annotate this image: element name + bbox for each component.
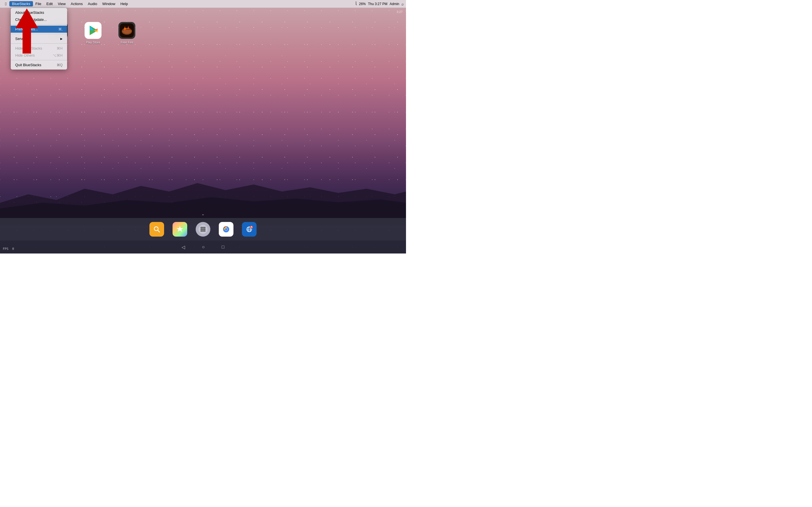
free-fire-icon — [118, 22, 135, 39]
menu-separator-2 — [11, 34, 67, 34]
play-store-app[interactable]: Play Store — [85, 22, 101, 44]
menu-about[interactable]: About BlueStacks — [11, 9, 67, 16]
apple-menu[interactable]:  — [2, 1, 9, 7]
play-store-label: Play Store — [86, 41, 100, 44]
window-menu[interactable]: Window — [100, 1, 118, 6]
clock: Thu 3:27 PM — [368, 2, 388, 6]
nav-back-button[interactable]: ◁ — [182, 244, 185, 250]
menu-hide-others: Hide Others ⌥⌘H — [11, 52, 67, 59]
battery-level: 26% — [359, 2, 366, 6]
svg-point-27 — [200, 228, 202, 230]
menu-quit[interactable]: Quit BlueStacks ⌘Q — [11, 61, 67, 68]
menu-separator-3 — [11, 43, 67, 44]
bluestacks-menu[interactable]: BlueStacks — [9, 1, 33, 6]
svg-point-28 — [202, 228, 204, 230]
menubar-left:  BlueStacks File Edit View Actions Audi… — [2, 1, 131, 7]
svg-point-16 — [122, 28, 132, 34]
android-nav-bar: ◁ ○ □ — [0, 240, 406, 253]
menu-services[interactable]: Services ▶ — [11, 35, 67, 42]
dock-web-browser-app[interactable] — [242, 222, 257, 237]
view-menu[interactable]: View — [55, 1, 68, 6]
svg-point-26 — [204, 227, 206, 228]
dock-expand-chevron[interactable]: ⌃ — [201, 214, 205, 218]
fps-display: FPS 0 — [3, 247, 14, 251]
file-menu[interactable]: File — [33, 1, 44, 6]
fps-value: 0 — [12, 247, 14, 251]
svg-point-35 — [225, 228, 227, 230]
menu-separator-1 — [11, 24, 67, 24]
fps-label: FPS — [3, 247, 8, 251]
dock-photos-app[interactable] — [172, 222, 187, 237]
dock-chrome-app[interactable] — [219, 222, 234, 237]
svg-point-29 — [204, 228, 206, 230]
wifi-icon: ﺂ — [356, 2, 357, 6]
menu-separator-4 — [11, 60, 67, 60]
actions-menu[interactable]: Actions — [68, 1, 86, 6]
svg-point-30 — [200, 230, 202, 232]
menu-preferences[interactable]: Preferences... ⌘, — [11, 25, 67, 33]
free-fire-app[interactable]: Free Fire — [118, 22, 135, 44]
nav-recents-button[interactable]: □ — [221, 244, 224, 249]
svg-point-24 — [200, 227, 202, 228]
svg-point-25 — [202, 227, 204, 228]
svg-rect-19 — [152, 225, 161, 234]
audio-menu[interactable]: Audio — [85, 1, 100, 6]
menu-check-update[interactable]: Check for Update... — [11, 16, 67, 23]
help-menu[interactable]: Help — [118, 1, 131, 6]
dock-all-apps[interactable] — [196, 222, 210, 237]
screen-timestamp: 3:27 — [397, 10, 403, 13]
nav-home-button[interactable]: ○ — [202, 244, 205, 249]
play-store-icon — [85, 22, 101, 39]
menu-hide: Hide BlueStacks ⌘H — [11, 45, 67, 52]
dock-search-app[interactable] — [149, 222, 164, 237]
menubar-right: ﺂ 26% Thu 3:27 PM Admin ⌕ — [356, 2, 404, 6]
svg-point-32 — [204, 230, 206, 232]
admin-name: Admin — [390, 2, 399, 6]
menubar:  BlueStacks File Edit View Actions Audi… — [0, 0, 406, 8]
search-icon[interactable]: ⌕ — [402, 2, 404, 6]
free-fire-label: Free Fire — [121, 41, 133, 44]
bluestacks-dropdown-menu: About BlueStacks Check for Update... Pre… — [11, 8, 67, 69]
svg-point-31 — [202, 230, 204, 232]
android-dock — [0, 218, 406, 240]
edit-menu[interactable]: Edit — [44, 1, 55, 6]
